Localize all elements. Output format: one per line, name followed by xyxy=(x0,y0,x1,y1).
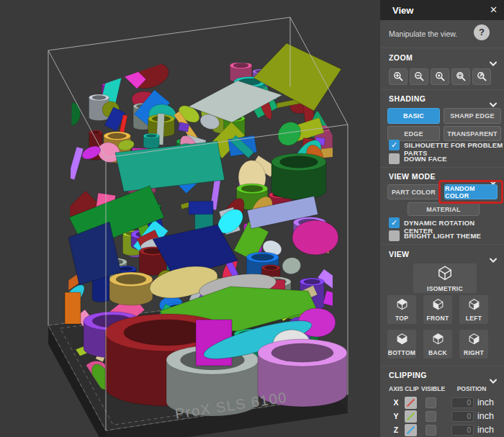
visible-x-checkbox[interactable] xyxy=(426,397,436,408)
axis-z-label: Z xyxy=(386,424,406,436)
chevron-down-icon[interactable] xyxy=(490,97,497,102)
chevron-down-icon[interactable] xyxy=(490,253,497,258)
right-label: RIGHT xyxy=(464,349,484,356)
shading-section-header: SHADING xyxy=(389,94,426,103)
down-face-checkbox[interactable] xyxy=(389,153,400,164)
top-view-button[interactable]: TOP xyxy=(387,295,416,324)
front-view-button[interactable]: FRONT xyxy=(423,295,452,324)
position-x-input[interactable]: 0 xyxy=(451,397,474,408)
zoom-out-button[interactable] xyxy=(410,68,428,85)
clip-x-checkbox[interactable] xyxy=(405,397,417,409)
zoom-selected-button[interactable] xyxy=(451,68,470,85)
back-view-button[interactable]: BACK xyxy=(423,330,452,359)
unit-x-label: inch xyxy=(477,397,494,409)
separator xyxy=(380,244,504,245)
panel-header: View ✕ xyxy=(380,0,504,20)
separator xyxy=(380,366,504,366)
column-header-clip: CLIP xyxy=(403,385,420,392)
cube-bottom-icon xyxy=(396,333,408,348)
shading-sharp-edge-button[interactable]: SHARP EDGE xyxy=(444,108,501,124)
shading-edge-button[interactable]: EDGE xyxy=(387,126,440,141)
help-icon[interactable]: ? xyxy=(474,24,490,40)
column-header-visible: VISIBLE xyxy=(421,385,444,392)
back-label: BACK xyxy=(428,349,447,356)
bright-light-theme-label: BRIGHT LIGHT THEME xyxy=(404,232,481,240)
silhouette-checkbox[interactable]: ✓ xyxy=(389,140,400,150)
right-view-button[interactable]: RIGHT xyxy=(459,330,488,359)
cube-back-icon xyxy=(432,333,444,348)
cube-left-icon xyxy=(468,298,480,313)
view-section-header: VIEW xyxy=(389,250,409,258)
close-icon[interactable]: ✕ xyxy=(490,4,498,16)
panel-title: View xyxy=(392,5,413,16)
view-mode-section-header: VIEW MODE xyxy=(389,172,436,181)
random-color-button[interactable]: RANDOM COLOR xyxy=(444,184,498,199)
axis-y-label: Y xyxy=(386,410,406,423)
chevron-down-icon[interactable] xyxy=(490,56,497,61)
bottom-view-button[interactable]: BOTTOM xyxy=(387,330,416,359)
bottom-label: BOTTOM xyxy=(388,349,415,356)
dynamic-rotation-center-checkbox[interactable]: ✓ xyxy=(389,217,400,228)
position-z-input[interactable]: 0 xyxy=(451,425,474,436)
left-label: LEFT xyxy=(466,315,482,322)
panel-description: Manipulate the view. xyxy=(389,30,457,38)
visible-z-checkbox[interactable] xyxy=(426,425,436,436)
shading-transparent-button[interactable]: TRANSPARENT xyxy=(444,126,501,141)
cube-front-icon xyxy=(432,298,444,313)
top-label: TOP xyxy=(395,315,408,322)
chevron-down-icon[interactable] xyxy=(490,175,497,180)
unit-z-label: inch xyxy=(477,424,494,436)
view-panel: View ✕ Manipulate the view. ? ZOOM SHADI… xyxy=(380,0,504,437)
viewport-3d[interactable]: ProX SLS 6100 xyxy=(0,0,380,437)
clip-y-checkbox[interactable] xyxy=(405,410,417,423)
axis-x-label: X xyxy=(386,397,406,409)
part-color-button[interactable]: PART COLOR xyxy=(387,184,440,199)
zoom-in-button[interactable] xyxy=(389,68,408,85)
bright-light-theme-checkbox[interactable] xyxy=(389,230,400,241)
zoom-extents-button[interactable] xyxy=(431,68,449,85)
unit-y-label: inch xyxy=(477,410,494,423)
left-view-button[interactable]: LEFT xyxy=(459,295,488,324)
cube-right-icon xyxy=(468,333,480,348)
clipping-section-header: CLIPPING xyxy=(389,371,427,379)
front-label: FRONT xyxy=(427,315,449,322)
cube-isometric-icon xyxy=(437,265,453,284)
chevron-down-icon[interactable] xyxy=(490,374,497,379)
cube-top-icon xyxy=(396,298,408,313)
isometric-view-button[interactable]: ISOMETRIC xyxy=(413,263,477,293)
shading-basic-button[interactable]: BASIC xyxy=(387,108,440,124)
isometric-label: ISOMETRIC xyxy=(427,285,463,292)
separator xyxy=(380,89,504,90)
separator xyxy=(380,48,504,48)
material-button[interactable]: MATERIAL xyxy=(408,202,480,216)
down-face-checkbox-label: DOWN FACE xyxy=(404,155,447,163)
column-header-position: POSITION xyxy=(451,385,492,392)
clip-z-checkbox[interactable] xyxy=(405,424,417,436)
zoom-window-button[interactable] xyxy=(472,68,491,85)
zoom-section-header: ZOOM xyxy=(389,53,413,62)
separator xyxy=(380,167,504,168)
visible-y-checkbox[interactable] xyxy=(426,411,436,422)
position-y-input[interactable]: 0 xyxy=(451,411,474,422)
